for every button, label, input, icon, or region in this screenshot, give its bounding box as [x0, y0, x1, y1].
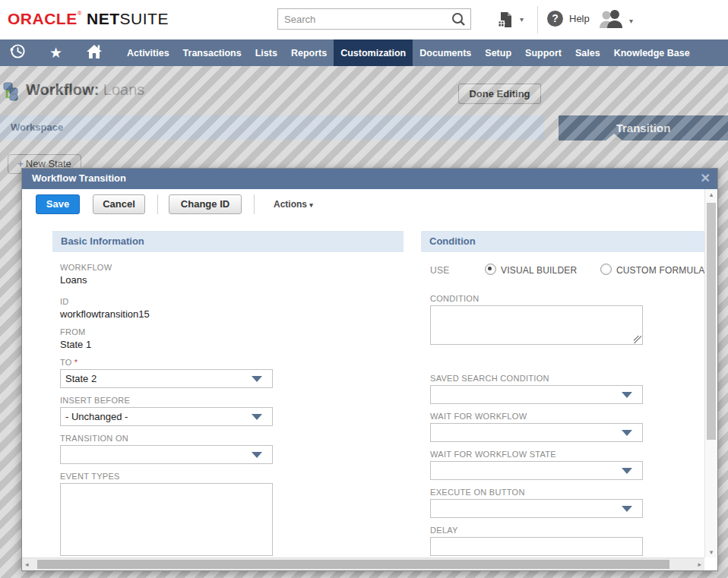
horizontal-scroll-thumb[interactable]	[37, 560, 669, 569]
id-field-label: ID	[60, 297, 150, 306]
dialog-vertical-scrollbar[interactable]: ▴ ▾	[704, 189, 717, 557]
scroll-right-icon[interactable]: ▸	[698, 559, 701, 570]
scroll-left-icon[interactable]: ◂	[25, 559, 29, 570]
shortcuts-star-icon[interactable]: ★	[49, 46, 62, 60]
wait-workflow-label: WAIT FOR WORKFLOW	[430, 412, 643, 421]
dialog-horizontal-scrollbar[interactable]: ◂ ▸	[22, 557, 706, 570]
required-asterisk: *	[74, 358, 78, 367]
user-roles-icon	[599, 9, 625, 32]
nav-item-activities[interactable]: Activities	[120, 39, 176, 66]
save-button[interactable]: Save	[36, 194, 80, 214]
dropdown-arrow-icon[interactable]	[622, 506, 632, 512]
delay-input[interactable]	[430, 537, 643, 556]
from-field-value: State 1	[60, 339, 91, 350]
nav-item-reports[interactable]: Reports	[284, 39, 334, 66]
workspace-panel-header: Workspace	[0, 115, 544, 140]
field-insert-before: INSERT BEFORE - Unchanged -	[60, 396, 273, 426]
recent-records-icon[interactable]	[9, 43, 27, 63]
radio-unselected-icon[interactable]	[600, 264, 612, 275]
nav-item-sales[interactable]: Sales	[568, 39, 607, 66]
id-field-value: workflowtransition15	[60, 308, 150, 320]
scroll-up-icon[interactable]: ▴	[705, 191, 717, 198]
scrollbar-corner	[704, 557, 717, 570]
dropdown-arrow-icon[interactable]	[622, 468, 632, 474]
saved-search-dropdown[interactable]	[430, 385, 643, 404]
netsuite-app: ORACLE®NETSUITE ▾ ? Help ▾	[0, 0, 728, 578]
actions-label: Actions	[274, 199, 307, 210]
transition-panel-notch	[606, 134, 622, 141]
cancel-button[interactable]: Cancel	[93, 194, 145, 214]
dialog-title: Workflow Transition	[32, 172, 126, 184]
resize-grip-icon[interactable]	[634, 336, 641, 343]
nav-item-support[interactable]: Support	[518, 39, 568, 66]
visual-builder-radio[interactable]: VISUAL BUILDER	[485, 263, 581, 276]
use-label: USE	[430, 265, 450, 276]
nav-item-knowledge-base[interactable]: Knowledge Base	[607, 39, 697, 66]
actions-menu[interactable]: Actions ▾	[274, 199, 313, 210]
global-search	[277, 8, 471, 30]
home-icon[interactable]	[85, 43, 103, 64]
top-header: ORACLE®NETSUITE ▾ ? Help ▾	[0, 0, 728, 39]
custom-formula-label: CUSTOM FORMULA	[616, 265, 705, 276]
workflow-field-label: WORKFLOW	[60, 263, 112, 272]
nav-item-lists[interactable]: Lists	[248, 39, 284, 66]
event-types-listbox[interactable]	[60, 483, 273, 556]
insert-before-label: INSERT BEFORE	[60, 396, 273, 405]
search-input[interactable]	[283, 11, 445, 28]
execute-on-button-dropdown[interactable]	[430, 499, 643, 518]
custom-formula-radio[interactable]: CUSTOM FORMULA	[600, 263, 705, 276]
visual-builder-label: VISUAL BUILDER	[501, 265, 577, 276]
create-new-icon[interactable]	[496, 11, 514, 32]
field-id: ID workflowtransition15	[60, 297, 150, 320]
close-icon[interactable]: ✕	[701, 171, 711, 185]
nav-item-customization[interactable]: Customization	[334, 39, 413, 66]
nav-item-documents[interactable]: Documents	[413, 39, 478, 66]
condition-textarea[interactable]	[431, 306, 642, 344]
field-saved-search-condition: SAVED SEARCH CONDITION	[430, 374, 643, 404]
transition-on-dropdown[interactable]	[60, 445, 273, 464]
toolbar-separator	[157, 194, 158, 214]
field-delay: DELAY	[430, 526, 643, 556]
field-execute-on-button: EXECUTE ON BUTTON	[430, 488, 643, 518]
main-navbar: ★ Activities Transactions Lists Reports …	[0, 39, 728, 66]
section-basic-information: Basic Information	[52, 231, 404, 252]
delay-label: DELAY	[430, 526, 643, 535]
actions-caret-icon: ▾	[309, 201, 313, 209]
user-menu[interactable]: ▾	[599, 9, 633, 32]
transition-on-label: TRANSITION ON	[60, 434, 273, 443]
field-to: TO* State 2	[60, 358, 273, 388]
wait-workflow-state-label: WAIT FOR WORKFLOW STATE	[430, 450, 643, 459]
field-from: FROM State 1	[60, 327, 91, 350]
help-menu[interactable]: ? Help	[547, 11, 590, 27]
to-dropdown[interactable]: State 2	[60, 369, 273, 388]
scroll-down-icon[interactable]: ▾	[705, 548, 717, 556]
toolbar-separator	[254, 194, 255, 214]
header-divider	[537, 6, 538, 33]
netsuite-logo[interactable]: ORACLE®NETSUITE	[8, 10, 169, 28]
radio-selected-icon[interactable]	[485, 264, 496, 275]
dropdown-arrow-icon[interactable]	[622, 392, 632, 398]
workflow-field-value: Loans	[60, 274, 112, 286]
done-editing-button[interactable]: Done Editing	[458, 84, 541, 104]
dropdown-arrow-icon[interactable]	[252, 452, 262, 458]
change-id-button[interactable]: Change ID	[169, 194, 242, 214]
insert-before-value: - Unchanged -	[61, 408, 272, 425]
dropdown-arrow-icon[interactable]	[252, 414, 262, 420]
insert-before-dropdown[interactable]: - Unchanged -	[60, 407, 273, 426]
vertical-scroll-thumb[interactable]	[707, 203, 716, 440]
condition-label: CONDITION	[430, 294, 643, 303]
nav-item-transactions[interactable]: Transactions	[176, 39, 248, 66]
search-icon[interactable]	[451, 12, 466, 30]
dropdown-arrow-icon[interactable]	[252, 376, 262, 382]
page-title-value: Loans	[103, 81, 145, 98]
wait-workflow-state-dropdown[interactable]	[430, 461, 643, 480]
dialog-titlebar[interactable]: Workflow Transition ✕	[22, 169, 717, 189]
nav-item-setup[interactable]: Setup	[478, 39, 518, 66]
netsuite-logo-net: NET	[87, 10, 120, 27]
workflow-icon	[1, 81, 22, 105]
wait-workflow-dropdown[interactable]	[430, 423, 643, 442]
dropdown-arrow-icon[interactable]	[622, 430, 632, 436]
create-new-caret-icon[interactable]: ▾	[520, 15, 524, 24]
oracle-logo-text: ORACLE	[8, 10, 78, 27]
registered-mark: ®	[78, 10, 82, 17]
